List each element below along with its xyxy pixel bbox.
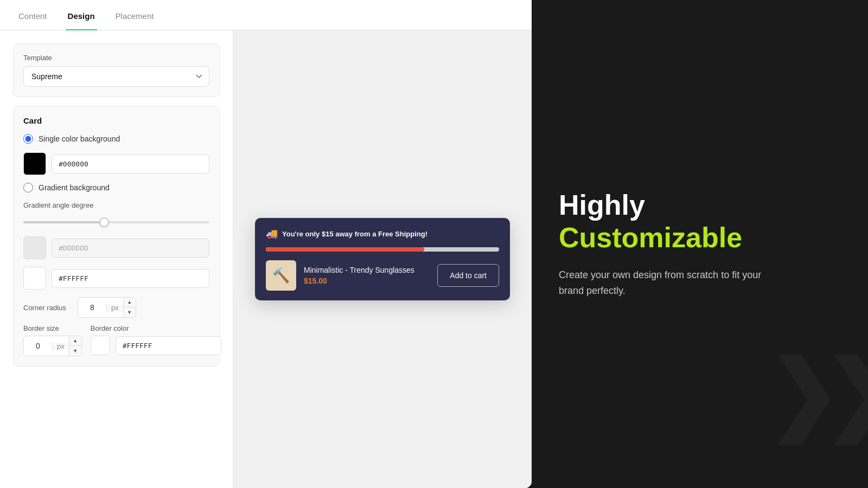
progress-bar-fill bbox=[266, 247, 424, 252]
border-color-row bbox=[91, 336, 221, 355]
border-color-input[interactable] bbox=[116, 336, 221, 355]
gradient-color2-input[interactable] bbox=[52, 269, 209, 288]
settings-panel: Template SupremeClassicMinimalBold Card … bbox=[0, 30, 233, 488]
gradient-color1-swatch[interactable] bbox=[23, 236, 46, 259]
corner-radius-down[interactable]: ▼ bbox=[124, 307, 136, 317]
tab-design[interactable]: Design bbox=[66, 1, 97, 30]
corner-radius-unit: px bbox=[106, 304, 123, 312]
template-select[interactable]: SupremeClassicMinimalBold bbox=[23, 66, 209, 87]
border-size-steppers: ▲ ▼ bbox=[69, 336, 81, 356]
add-to-cart-button[interactable]: Add to cart bbox=[437, 264, 499, 287]
single-color-option[interactable]: Single color background bbox=[23, 134, 209, 144]
shipping-banner: 🚚 You're only $15 away from a Free Shipp… bbox=[266, 228, 499, 240]
right-panel: Highly Customizable Create your own desi… bbox=[532, 0, 868, 488]
gradient-radio-group: Gradient background bbox=[23, 183, 209, 192]
corner-radius-label: Corner radius bbox=[23, 304, 72, 312]
border-size-label: Border size bbox=[23, 324, 82, 332]
gradient-color1-input[interactable] bbox=[52, 239, 209, 258]
product-info: Minimalistic - Trendy Sunglasses $15.00 bbox=[304, 266, 430, 285]
gradient-option[interactable]: Gradient background bbox=[23, 183, 209, 192]
shipping-text: You're only $15 away from a Free Shippin… bbox=[282, 230, 427, 238]
border-size-field: Border size px ▲ ▼ bbox=[23, 324, 82, 356]
preview-area: 🚚 You're only $15 away from a Free Shipp… bbox=[233, 30, 532, 488]
corner-radius-up[interactable]: ▲ bbox=[124, 298, 136, 307]
promo-title-accent: Customizable bbox=[559, 222, 742, 253]
gradient-label: Gradient background bbox=[39, 183, 110, 192]
single-color-label: Single color background bbox=[39, 134, 120, 143]
border-color-swatch[interactable] bbox=[91, 336, 110, 355]
tabs-bar: Content Design Placement bbox=[0, 0, 532, 30]
gradient-color2-row bbox=[23, 267, 209, 290]
product-card: 🚚 You're only $15 away from a Free Shipp… bbox=[255, 218, 510, 300]
border-size-unit: px bbox=[52, 342, 69, 350]
single-color-radio[interactable] bbox=[23, 134, 33, 144]
radio-group: Single color background bbox=[23, 134, 209, 144]
gradient-angle-container: Gradient angle degree bbox=[23, 201, 209, 228]
left-panel: Content Design Placement Template Suprem… bbox=[0, 0, 532, 488]
border-size-up[interactable]: ▲ bbox=[69, 336, 81, 346]
corner-radius-steppers: ▲ ▼ bbox=[123, 298, 136, 317]
promo-title-line1: Highly bbox=[559, 189, 645, 221]
single-color-swatch[interactable] bbox=[23, 152, 46, 175]
gradient-color1-row bbox=[23, 236, 209, 259]
template-label: Template bbox=[23, 54, 209, 62]
border-color-label: Border color bbox=[91, 324, 221, 332]
gradient-angle-slider[interactable] bbox=[23, 221, 209, 223]
product-name: Minimalistic - Trendy Sunglasses bbox=[304, 266, 430, 274]
promo-description: Create your own design from scratch to f… bbox=[559, 267, 765, 299]
corner-radius-row: Corner radius px ▲ ▼ bbox=[23, 297, 209, 318]
main-content: Template SupremeClassicMinimalBold Card … bbox=[0, 30, 532, 488]
product-price: $15.00 bbox=[304, 277, 430, 285]
card-section-title: Card bbox=[23, 116, 209, 125]
gradient-angle-label: Gradient angle degree bbox=[23, 201, 209, 209]
promo-title: Highly Customizable bbox=[559, 189, 841, 254]
border-size-input[interactable] bbox=[24, 337, 52, 355]
slider-wrapper bbox=[23, 214, 209, 228]
border-color-field: Border color bbox=[91, 324, 221, 355]
gradient-color2-swatch[interactable] bbox=[23, 267, 46, 290]
product-row: 🔨 Minimalistic - Trendy Sunglasses $15.0… bbox=[266, 260, 499, 291]
border-size-input-wrapper: px ▲ ▼ bbox=[23, 336, 82, 356]
corner-radius-input[interactable] bbox=[78, 299, 106, 316]
single-color-hex-input[interactable] bbox=[52, 155, 209, 174]
tab-content[interactable]: Content bbox=[16, 1, 49, 30]
product-emoji: 🔨 bbox=[272, 267, 290, 284]
card-section: Card Single color background bbox=[13, 106, 220, 367]
template-section: Template SupremeClassicMinimalBold bbox=[13, 43, 220, 97]
product-thumbnail: 🔨 bbox=[266, 260, 296, 291]
single-color-row bbox=[23, 152, 209, 175]
corner-radius-input-wrapper: px ▲ ▼ bbox=[78, 297, 136, 318]
tab-placement[interactable]: Placement bbox=[113, 1, 156, 30]
border-size-down[interactable]: ▼ bbox=[69, 346, 81, 356]
progress-bar-container bbox=[266, 247, 499, 252]
shipping-emoji: 🚚 bbox=[266, 228, 278, 240]
border-row: Border size px ▲ ▼ Border color bbox=[23, 324, 209, 356]
gradient-radio[interactable] bbox=[23, 183, 33, 192]
